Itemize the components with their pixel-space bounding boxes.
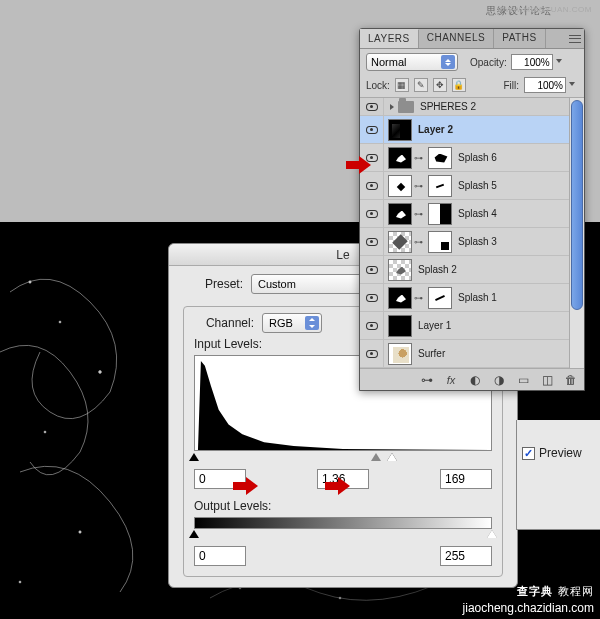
- visibility-icon[interactable]: [366, 126, 378, 134]
- preset-value: Custom: [258, 278, 296, 290]
- lock-all-icon[interactable]: 🔒: [452, 78, 466, 92]
- new-layer-icon[interactable]: ◫: [540, 373, 554, 387]
- scroll-thumb[interactable]: [571, 100, 583, 310]
- mask-thumbnail[interactable]: [428, 147, 452, 169]
- layer-thumbnail[interactable]: [388, 315, 412, 337]
- layer-name: Splash 1: [458, 292, 497, 303]
- link-icon: ⊶: [413, 293, 423, 303]
- svg-point-1: [59, 321, 61, 323]
- black-point-slider[interactable]: [189, 453, 199, 461]
- tab-layers[interactable]: LAYERS: [360, 29, 419, 48]
- fill-field[interactable]: 100%: [524, 77, 566, 93]
- layer-row[interactable]: ⊶ Splash 6: [360, 144, 584, 172]
- lock-position-icon[interactable]: ✥: [433, 78, 447, 92]
- white-point-slider[interactable]: [387, 453, 397, 461]
- svg-point-2: [99, 371, 102, 374]
- mask-thumbnail[interactable]: [428, 203, 452, 225]
- channel-select[interactable]: RGB: [262, 313, 322, 333]
- channel-label: Channel:: [194, 316, 254, 330]
- canvas-splash-art: [0, 222, 170, 619]
- adjustment-icon[interactable]: ◑: [492, 373, 506, 387]
- visibility-icon[interactable]: [366, 238, 378, 246]
- layer-thumbnail[interactable]: [388, 203, 412, 225]
- visibility-icon[interactable]: [366, 182, 378, 190]
- layer-row[interactable]: Layer 2: [360, 116, 584, 144]
- layer-thumbnail[interactable]: [388, 287, 412, 309]
- dropdown-arrows-icon: [441, 55, 455, 69]
- scrollbar[interactable]: [569, 98, 584, 368]
- fill-label: Fill:: [503, 80, 519, 91]
- layer-row[interactable]: ⊶ Splash 4: [360, 200, 584, 228]
- opacity-field[interactable]: 100%: [511, 54, 553, 70]
- link-icon: ⊶: [413, 237, 423, 247]
- mask-thumbnail[interactable]: [428, 231, 452, 253]
- link-icon: ⊶: [413, 153, 423, 163]
- output-white-field[interactable]: [440, 546, 492, 566]
- visibility-icon[interactable]: [366, 350, 378, 358]
- menu-icon: [569, 35, 581, 43]
- output-black-slider[interactable]: [189, 530, 199, 538]
- layer-thumbnail[interactable]: [388, 119, 412, 141]
- lock-pixels-icon[interactable]: ✎: [414, 78, 428, 92]
- dropdown-arrows-icon: [305, 316, 319, 330]
- layer-row[interactable]: Surfer: [360, 340, 584, 368]
- tab-channels[interactable]: CHANNELS: [419, 29, 494, 48]
- mask-thumbnail[interactable]: [428, 287, 452, 309]
- gamma-slider[interactable]: [371, 453, 381, 461]
- fx-icon[interactable]: fx: [444, 373, 458, 387]
- layer-name: SPHERES 2: [420, 101, 476, 112]
- layer-name: Splash 4: [458, 208, 497, 219]
- layer-row[interactable]: ⊶ Splash 1: [360, 284, 584, 312]
- opacity-label: Opacity:: [470, 57, 507, 68]
- layers-panel: LAYERS CHANNELS PATHS Normal Opacity: 10…: [359, 28, 585, 391]
- lock-transparency-icon[interactable]: ▦: [395, 78, 409, 92]
- layer-thumbnail[interactable]: [388, 175, 412, 197]
- group-toggle-icon[interactable]: [390, 104, 394, 110]
- output-gradient: [194, 517, 492, 529]
- layer-row[interactable]: ⊶ Splash 5: [360, 172, 584, 200]
- preview-checkbox[interactable]: ✓: [522, 447, 535, 460]
- layer-name: Splash 5: [458, 180, 497, 191]
- layer-name: Layer 2: [418, 124, 453, 135]
- layer-thumbnail[interactable]: [388, 343, 412, 365]
- link-layers-icon[interactable]: ⊶: [420, 373, 434, 387]
- layer-row[interactable]: Layer 1: [360, 312, 584, 340]
- layer-name: Layer 1: [418, 320, 451, 331]
- svg-point-0: [29, 281, 31, 283]
- output-levels-label: Output Levels:: [194, 499, 492, 513]
- visibility-icon[interactable]: [366, 294, 378, 302]
- input-white-field[interactable]: [440, 469, 492, 489]
- visibility-icon[interactable]: [366, 322, 378, 330]
- mask-icon[interactable]: ◐: [468, 373, 482, 387]
- layer-thumbnail[interactable]: [388, 259, 412, 281]
- output-slider-track[interactable]: [194, 530, 492, 540]
- layer-group-row[interactable]: SPHERES 2: [360, 98, 584, 116]
- output-black-field[interactable]: [194, 546, 246, 566]
- blend-mode-value: Normal: [371, 56, 406, 68]
- folder-icon: [398, 101, 414, 113]
- dialog-right-strip: [516, 420, 600, 530]
- visibility-icon[interactable]: [366, 266, 378, 274]
- layer-name: Splash 3: [458, 236, 497, 247]
- blend-mode-select[interactable]: Normal: [366, 53, 458, 71]
- visibility-icon[interactable]: [366, 103, 378, 111]
- layer-name: Splash 6: [458, 152, 497, 163]
- visibility-icon[interactable]: [366, 210, 378, 218]
- svg-point-3: [44, 431, 46, 433]
- svg-point-7: [339, 597, 341, 599]
- watermark-url-top: WWW.MISSYUAN.COM: [497, 5, 592, 14]
- panel-menu-button[interactable]: [566, 29, 584, 48]
- layer-thumbnail[interactable]: [388, 147, 412, 169]
- trash-icon[interactable]: 🗑: [564, 373, 578, 387]
- input-slider-track[interactable]: [194, 453, 492, 463]
- mask-thumbnail[interactable]: [428, 175, 452, 197]
- group-icon[interactable]: ▭: [516, 373, 530, 387]
- watermark-bottom-big: 查字典 教程网: [517, 581, 594, 599]
- preview-checkbox-wrap[interactable]: ✓ Preview: [518, 444, 586, 462]
- layer-thumbnail[interactable]: [388, 231, 412, 253]
- layer-row[interactable]: Splash 2: [360, 256, 584, 284]
- watermark-bottom-url: jiaocheng.chazidian.com: [463, 601, 594, 615]
- output-white-slider[interactable]: [487, 530, 497, 538]
- tab-paths[interactable]: PATHS: [494, 29, 545, 48]
- layer-row[interactable]: ⊶ Splash 3: [360, 228, 584, 256]
